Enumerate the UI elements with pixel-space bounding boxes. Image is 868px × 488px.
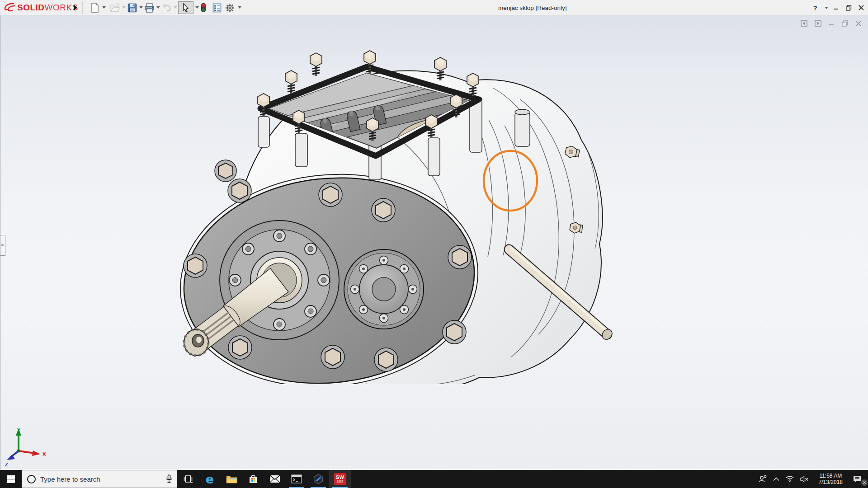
tray-date: 7/13/2018 <box>819 479 843 485</box>
microphone-icon[interactable] <box>166 474 172 483</box>
options-button[interactable] <box>223 2 236 14</box>
hex-bolt <box>325 348 340 366</box>
open-folder-icon <box>109 3 120 12</box>
taskbar-command-prompt[interactable] <box>286 470 307 488</box>
open-dropdown-caret[interactable] <box>122 6 126 9</box>
hex-bolt <box>218 163 233 178</box>
hex-bolt <box>378 351 394 368</box>
wordmark-solid: SOLID <box>17 3 45 12</box>
tray-time: 11:58 AM <box>819 473 843 479</box>
mail-icon <box>269 475 280 483</box>
taskbar-store[interactable] <box>242 470 264 488</box>
solidworks-logo-icon <box>4 2 15 13</box>
help-dropdown-caret[interactable] <box>825 7 828 9</box>
system-tray: 11:58 AM 7/13/2018 3 <box>755 470 868 488</box>
people-icon <box>758 475 767 483</box>
help-button[interactable]: ? <box>808 0 822 15</box>
search-placeholder: Type here to search <box>40 475 166 483</box>
toolbar-separator <box>82 1 83 14</box>
gearbox-3d-model <box>177 45 620 384</box>
menu-expander-button[interactable] <box>71 3 80 12</box>
rebuild-stoplight-button[interactable] <box>197 2 210 14</box>
triad-x-label: X <box>42 451 46 457</box>
printer-icon <box>144 3 155 13</box>
side-cover-boss <box>344 249 424 329</box>
new-dropdown-caret[interactable] <box>102 6 106 9</box>
doc-restore-icon[interactable] <box>842 20 848 27</box>
undo-dropdown-caret[interactable] <box>174 6 177 9</box>
edge-icon: e <box>206 473 214 485</box>
file-explorer-icon <box>226 474 237 483</box>
select-cursor-icon <box>182 3 189 12</box>
document-window-controls <box>801 20 862 27</box>
tray-overflow-button[interactable] <box>770 470 783 488</box>
expand-arrow-icon <box>74 5 77 10</box>
hex-bolt <box>232 339 248 356</box>
solidworks-app-icon: SW 2017 <box>334 473 346 485</box>
new-document-button[interactable] <box>89 2 101 14</box>
help-question-mark: ? <box>813 4 817 12</box>
restore-button[interactable] <box>842 0 855 15</box>
file-properties-button[interactable] <box>211 2 223 14</box>
windows-taskbar: Type here to search e <box>0 470 868 488</box>
document-title: menjac sklop [Read-only] <box>498 0 567 15</box>
volume-button[interactable] <box>797 470 812 488</box>
clock[interactable]: 11:58 AM 7/13/2018 <box>812 470 849 488</box>
gear-icon <box>225 3 235 13</box>
hexagon-app-icon <box>313 474 324 484</box>
reference-triad: Y X Z <box>4 425 49 468</box>
minimize-button[interactable] <box>829 0 843 15</box>
undo-arrow-icon <box>161 3 172 12</box>
hex-bolt <box>447 324 462 341</box>
pane-arrow-left-icon[interactable] <box>801 20 807 27</box>
doc-minimize-icon[interactable] <box>829 20 835 26</box>
open-button[interactable] <box>108 2 121 14</box>
feature-tree-collapsed-tab[interactable] <box>0 235 5 256</box>
volume-muted-icon <box>800 476 809 483</box>
pane-arrow-right-icon[interactable] <box>815 20 821 27</box>
doc-close-icon[interactable] <box>855 20 862 27</box>
save-button[interactable] <box>126 2 138 14</box>
print-dropdown-caret[interactable] <box>156 6 160 9</box>
taskbar-file-explorer[interactable] <box>221 470 242 488</box>
task-view-icon <box>183 474 193 483</box>
undo-button[interactable] <box>160 2 173 14</box>
save-dropdown-caret[interactable] <box>139 6 143 9</box>
task-view-button[interactable] <box>177 470 199 488</box>
taskbar-solidworks[interactable]: SW 2017 <box>329 470 351 488</box>
action-center-button[interactable]: 3 <box>849 470 868 488</box>
action-center-icon <box>853 475 862 483</box>
taskbar-hexagon-app[interactable] <box>307 470 329 488</box>
taskbar-search-input[interactable]: Type here to search <box>22 470 177 488</box>
command-prompt-icon <box>291 474 302 483</box>
close-icon <box>859 5 864 10</box>
store-icon <box>248 474 258 484</box>
save-floppy-icon <box>127 3 137 13</box>
taskbar-mail[interactable] <box>264 470 286 488</box>
new-document-icon <box>90 3 99 13</box>
tab-grip-dot <box>1 244 4 246</box>
taskbar-empty-space <box>351 470 755 488</box>
notification-badge: 3 <box>861 479 868 486</box>
select-tool-button[interactable] <box>178 1 193 14</box>
start-button[interactable] <box>0 470 22 488</box>
triad-y-label: Y <box>17 427 21 433</box>
solidworks-logo: SOLIDWORKS <box>4 0 78 15</box>
network-button[interactable] <box>783 470 797 488</box>
title-bar: SOLIDWORKS <box>0 0 868 15</box>
options-dropdown-caret[interactable] <box>238 6 241 9</box>
hex-bolt <box>376 202 391 219</box>
triad-z-label: Z <box>5 462 8 467</box>
toolbar-separator <box>69 1 69 14</box>
hex-bolt <box>323 186 338 203</box>
stub-top-face <box>515 109 529 115</box>
graphics-viewport[interactable]: Y X Z *Dimetric <box>0 15 868 470</box>
hex-bolt <box>452 249 467 266</box>
close-button[interactable] <box>854 0 868 15</box>
print-button[interactable] <box>143 2 156 14</box>
taskbar-edge[interactable]: e <box>199 470 221 488</box>
people-button[interactable] <box>755 470 770 488</box>
wifi-icon <box>786 476 794 482</box>
minimize-icon <box>833 5 839 10</box>
hex-bolt <box>188 257 203 274</box>
